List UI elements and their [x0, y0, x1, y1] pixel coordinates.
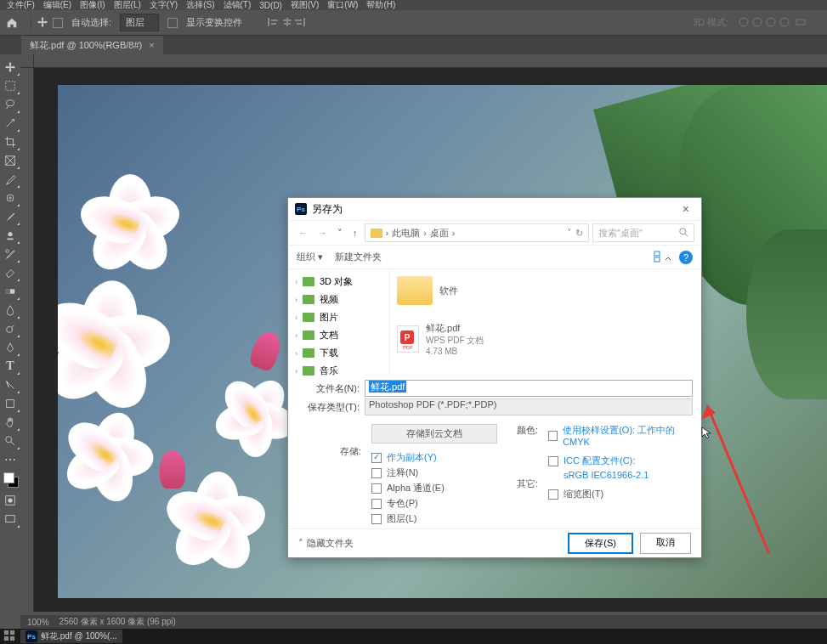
nav-recent-icon[interactable]: ˅ [334, 228, 346, 239]
show-transform-checkbox[interactable] [167, 18, 178, 28]
lasso-tool[interactable] [0, 95, 20, 114]
tree-pictures[interactable]: ›图片 [288, 308, 389, 326]
help-icon[interactable]: ? [679, 251, 693, 264]
svg-rect-5 [284, 23, 291, 25]
auto-select-checkbox[interactable] [53, 18, 63, 28]
svg-rect-13 [6, 82, 15, 91]
svg-rect-21 [7, 400, 14, 408]
pen-tool[interactable] [0, 338, 20, 357]
pdf-file-item[interactable]: 鲜花.pdf WPS PDF 文档 4.73 MB [397, 322, 484, 356]
options-bar: 自动选择: 图层 显示变换控件 3D 模式: [0, 10, 827, 36]
layer-dropdown[interactable]: 图层 [120, 14, 159, 31]
proof-checkbox[interactable] [548, 431, 558, 441]
file-list[interactable]: 软件 鲜花.pdf WPS PDF 文档 4.73 MB [390, 269, 701, 376]
filename-input[interactable]: 鲜花.pdf [365, 380, 693, 397]
gradient-tool[interactable] [0, 282, 20, 301]
nav-back-icon[interactable]: ← [295, 228, 311, 238]
crop-tool[interactable] [0, 133, 20, 151]
frame-tool[interactable] [0, 151, 20, 170]
dodge-tool[interactable] [0, 319, 20, 338]
menu-type[interactable]: 文字(Y) [150, 0, 178, 11]
layers-checkbox[interactable] [371, 514, 382, 524]
taskbar-ps-item[interactable]: Ps 鲜花.pdf @ 100%(... [20, 630, 122, 643]
close-icon[interactable]: × [677, 202, 694, 216]
notes-checkbox[interactable] [371, 468, 382, 478]
new-folder-button[interactable]: 新建文件夹 [335, 251, 382, 263]
blur-tool[interactable] [0, 301, 20, 319]
svg-rect-19 [6, 289, 10, 293]
ruler-horizontal[interactable] [34, 54, 827, 68]
menu-help[interactable]: 帮助(H) [366, 0, 395, 11]
alpha-checkbox[interactable] [371, 483, 382, 494]
save-as-dialog: Ps 另存为 × ← → ˅ ↑ › 此电脑 › 桌面 › ˅ ↻ 搜索"桌面" [287, 197, 702, 558]
cancel-button[interactable]: 取消 [640, 533, 691, 554]
wand-tool[interactable] [0, 114, 20, 133]
document-tab[interactable]: 鲜花.pdf @ 100%(RGB/8#) × [21, 36, 163, 55]
tree-3dobjects[interactable]: ›3D 对象 [288, 273, 389, 291]
menu-3d[interactable]: 3D(D) [259, 1, 282, 10]
heal-tool[interactable] [0, 189, 20, 207]
eyedropper-tool[interactable] [0, 170, 20, 189]
brush-tool[interactable] [0, 207, 20, 226]
ascopy-checkbox[interactable] [371, 453, 382, 463]
home-icon[interactable] [5, 16, 19, 30]
hide-folders-button[interactable]: ˄ 隐藏文件夹 [298, 537, 354, 550]
breadcrumb[interactable]: › 此电脑 › 桌面 › ˅ ↻ [365, 223, 590, 242]
ruler-vertical[interactable] [20, 68, 34, 612]
svg-point-14 [7, 100, 14, 106]
svg-point-20 [7, 326, 13, 332]
spot-label: 专色(P) [387, 497, 418, 510]
cursor-icon [700, 426, 714, 439]
mode-3d-icons [737, 16, 822, 30]
status-zoom[interactable]: 100% [27, 618, 49, 627]
stamp-tool[interactable] [0, 226, 20, 245]
history-brush-tool[interactable] [0, 245, 20, 263]
shape-tool[interactable] [0, 394, 20, 413]
crumb-computer[interactable]: 此电脑 [392, 227, 420, 240]
menu-select[interactable]: 选择(S) [186, 0, 214, 11]
menu-view[interactable]: 视图(V) [291, 0, 319, 11]
menu-window[interactable]: 窗口(W) [327, 0, 358, 11]
path-tool[interactable] [0, 376, 20, 394]
start-button[interactable] [3, 630, 15, 644]
filetype-dropdown[interactable]: Photoshop PDF (*.PDF;*.PDP) [365, 398, 693, 415]
move-tool[interactable] [0, 58, 20, 76]
edit-toolbar[interactable]: ⋯ [0, 450, 20, 469]
cloud-save-button[interactable]: 存储到云文档 [371, 424, 497, 443]
icc-checkbox[interactable] [548, 456, 558, 466]
search-input[interactable]: 搜索"桌面" [592, 223, 694, 242]
crumb-desktop[interactable]: 桌面 [430, 227, 449, 240]
hand-tool[interactable] [0, 413, 20, 432]
menu-image[interactable]: 图像(I) [80, 0, 105, 11]
nav-fwd-icon[interactable]: → [314, 228, 331, 238]
type-tool[interactable]: T [0, 357, 20, 376]
move-tool-icon[interactable] [31, 16, 44, 30]
menu-edit[interactable]: 编辑(E) [43, 0, 71, 11]
thumb-checkbox[interactable] [548, 489, 558, 500]
tab-bar: 鲜花.pdf @ 100%(RGB/8#) × [0, 36, 827, 54]
tree-documents[interactable]: ›文档 [288, 326, 389, 344]
quickmask-tool[interactable] [0, 491, 20, 510]
folder-item[interactable]: 软件 [397, 276, 484, 305]
tree-music[interactable]: ›音乐 [288, 362, 389, 376]
marquee-tool[interactable] [0, 76, 20, 95]
menu-file[interactable]: 文件(F) [7, 0, 35, 11]
menu-layer[interactable]: 图层(L) [114, 0, 141, 11]
tab-close-icon[interactable]: × [149, 40, 154, 50]
zoom-tool[interactable] [0, 432, 20, 450]
menu-filter[interactable]: 滤镜(T) [224, 0, 252, 11]
eraser-tool[interactable] [0, 263, 20, 282]
tree-downloads[interactable]: ›下载 [288, 344, 389, 362]
color-swatches[interactable] [0, 469, 20, 491]
screenmode-tool[interactable] [0, 510, 20, 528]
dialog-nav: ← → ˅ ↑ › 此电脑 › 桌面 › ˅ ↻ 搜索"桌面" [288, 220, 701, 246]
save-button[interactable]: 保存(S) [568, 533, 633, 554]
organize-button[interactable]: 组织 ▾ [297, 251, 323, 263]
align-icons[interactable] [268, 16, 370, 30]
view-mode-button[interactable] [654, 251, 671, 264]
svg-point-22 [6, 437, 12, 443]
spot-checkbox[interactable] [371, 499, 382, 509]
nav-up-icon[interactable]: ↑ [349, 228, 361, 238]
pdf-type: WPS PDF 文档 [426, 335, 484, 347]
tree-videos[interactable]: ›视频 [288, 291, 389, 308]
